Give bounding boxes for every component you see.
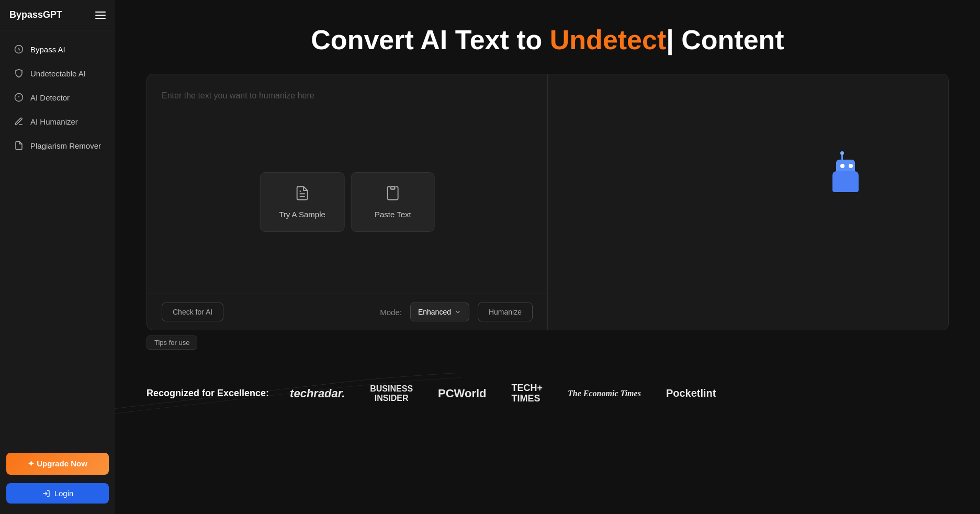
tips-for-use-badge[interactable]: Tips for use xyxy=(147,336,197,350)
logo-economic-times: The Economic Times xyxy=(568,389,641,398)
title-part1: Convert AI Text to xyxy=(311,25,549,55)
recognized-row: Recognized for Excellence: techradar. BU… xyxy=(147,383,949,404)
robot-eye-left xyxy=(840,164,844,168)
title-highlight: Undetect| xyxy=(550,25,674,55)
undetectable-ai-icon xyxy=(14,68,24,79)
logo-items: techradar. BUSINESSINSIDER PCWorld TECH+… xyxy=(290,383,716,404)
sidebar-item-bypass-ai[interactable]: Bypass AI xyxy=(4,38,111,61)
logo-business-insider: BUSINESSINSIDER xyxy=(370,384,413,403)
logo-pcworld: PCWorld xyxy=(438,387,486,400)
bypass-ai-icon xyxy=(14,44,24,54)
logo-techplus: TECH+TIMES xyxy=(512,383,543,404)
sidebar-item-ai-detector[interactable]: AI Detector xyxy=(4,86,111,109)
sidebar-item-undetectable-ai[interactable]: Undetectable AI xyxy=(4,62,111,85)
hamburger-menu[interactable] xyxy=(95,12,106,19)
sidebar-item-ai-humanizer[interactable]: AI Humanizer xyxy=(4,110,111,133)
ai-detector-icon xyxy=(14,92,24,103)
paste-text-label: Paste Text xyxy=(375,210,411,219)
sidebar-item-plagiarism-remover[interactable]: Plagiarism Remover xyxy=(4,134,111,157)
sidebar: BypassGPT Bypass AI Undetectable AI AI D… xyxy=(0,0,115,514)
sidebar-item-ai-detector-label: AI Detector xyxy=(30,93,70,102)
sidebar-item-undetectable-ai-label: Undetectable AI xyxy=(30,69,86,78)
upgrade-now-button[interactable]: ✦ Upgrade Now xyxy=(6,453,109,475)
title-part2: Content xyxy=(674,25,784,55)
recognized-label: Recognized for Excellence: xyxy=(147,388,269,399)
sidebar-item-bypass-ai-label: Bypass AI xyxy=(30,45,65,54)
mode-label: Mode: xyxy=(380,308,402,317)
logo-text: BypassGPT xyxy=(9,9,62,20)
logo-techradar: techradar. xyxy=(290,387,345,400)
login-label: Login xyxy=(54,489,74,498)
check-for-ai-button[interactable]: Check for AI xyxy=(162,303,223,321)
mode-value: Enhanced xyxy=(418,308,451,316)
sidebar-nav: Bypass AI Undetectable AI AI Detector AI… xyxy=(0,30,115,444)
humanize-button[interactable]: Humanize xyxy=(478,303,533,321)
svg-rect-8 xyxy=(391,187,395,189)
sidebar-item-plagiarism-remover-label: Plagiarism Remover xyxy=(30,141,101,150)
logos-section: Recognized for Excellence: techradar. BU… xyxy=(115,368,980,419)
editor-right-panel xyxy=(548,74,948,330)
chevron-down-icon xyxy=(454,308,461,316)
mode-select-dropdown[interactable]: Enhanced xyxy=(410,303,469,321)
robot-antenna xyxy=(841,154,843,160)
main-inner: Convert AI Text to Undetect| Content Try… xyxy=(115,0,980,350)
main-content: Convert AI Text to Undetect| Content Try… xyxy=(115,0,980,514)
tips-bar: Tips for use xyxy=(147,330,949,350)
ai-humanizer-icon xyxy=(14,116,24,127)
sidebar-item-ai-humanizer-label: AI Humanizer xyxy=(30,117,78,126)
try-sample-label: Try A Sample xyxy=(279,210,325,219)
paste-text-icon xyxy=(385,185,401,205)
editor-left-panel: Try A Sample Paste Text Check for AI Mod… xyxy=(147,74,548,330)
action-cards: Try A Sample Paste Text xyxy=(260,172,435,232)
sidebar-logo-area: BypassGPT xyxy=(0,0,115,30)
try-sample-icon xyxy=(295,185,310,205)
editor-container: Try A Sample Paste Text Check for AI Mod… xyxy=(147,74,949,330)
editor-toolbar: Check for AI Mode: Enhanced Humanize xyxy=(147,294,547,330)
robot-eyes xyxy=(840,164,853,168)
robot-eye-right xyxy=(849,164,853,168)
plagiarism-remover-icon xyxy=(14,140,24,151)
robot-decoration xyxy=(832,171,864,208)
login-icon xyxy=(42,489,50,498)
logo-pocketlint: Pocketlint xyxy=(666,387,716,399)
robot-body xyxy=(832,171,859,192)
try-sample-card[interactable]: Try A Sample xyxy=(260,172,345,232)
page-title: Convert AI Text to Undetect| Content xyxy=(147,25,949,55)
paste-text-card[interactable]: Paste Text xyxy=(351,172,435,232)
login-button[interactable]: Login xyxy=(6,483,109,504)
